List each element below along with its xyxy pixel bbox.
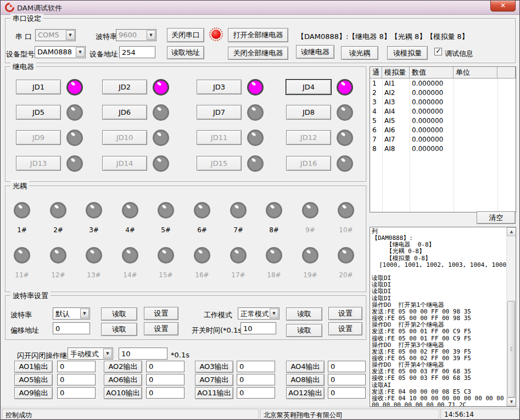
relay-button-jd7[interactable]: JD7 — [197, 105, 242, 120]
ao7-value-input[interactable] — [237, 374, 275, 385]
table-row[interactable]: 3AI30.000000 — [370, 98, 516, 107]
debug-log-panel: 列 【DAM0888】: 【继电器 0-8】 【光耦 0-8】 【模拟量 0-8… — [370, 227, 516, 407]
relay-indicator-jd3 — [247, 79, 264, 96]
ao5-output-button[interactable]: AO5输出 — [14, 374, 53, 386]
chevron-down-icon: ▼ — [66, 30, 75, 40]
close-all-relays-button[interactable]: 关闭全部继电器 — [228, 47, 288, 60]
baud-read-button[interactable]: 读取 — [101, 307, 137, 321]
com-port-label: 串 口 — [15, 32, 32, 42]
relay-indicator-jd6 — [153, 104, 169, 121]
close-serial-button[interactable]: 关闭串口 — [167, 28, 204, 42]
table-row[interactable]: 6AI60.000000 — [370, 126, 516, 135]
ao10-value-input[interactable] — [146, 387, 184, 399]
model-select[interactable]: DAM0888 ▼ — [35, 46, 86, 58]
ao12-output-button[interactable]: AO12输出 — [286, 387, 325, 399]
status-bar: 控制成功 北京聚英翱翔电子有限公司 14:56:14 — [1, 407, 519, 420]
scroll-up-icon[interactable]: ▲ — [507, 227, 516, 236]
scroll-down-icon[interactable]: ▼ — [507, 397, 516, 406]
flash-mode-select[interactable]: 手动模式 ▼ — [68, 348, 113, 360]
ao10-output-button[interactable]: AO10输出 — [104, 387, 142, 399]
relay-button-jd10: JD10 — [102, 130, 147, 145]
opto-label-13: 13# — [81, 271, 107, 279]
baud-set-button[interactable]: 设置 — [144, 307, 178, 320]
ao8-output-button[interactable]: AO8输出 — [286, 374, 325, 386]
ao11-output-button[interactable]: AO11输出 — [195, 387, 233, 399]
opto-indicator-15 — [158, 247, 174, 264]
opto-indicator-14 — [122, 247, 138, 264]
close-button[interactable]: ✕ — [490, 1, 516, 12]
read-address-button[interactable]: 读取地址 — [167, 46, 204, 59]
opto-indicator-3 — [86, 202, 102, 219]
app-logo-icon — [5, 3, 14, 12]
offset-set-button[interactable]: 设置 — [144, 322, 178, 335]
ao3-value-input[interactable] — [237, 361, 275, 372]
flash-time-input[interactable] — [119, 348, 167, 360]
ao2-value-input[interactable] — [146, 361, 184, 372]
opto-label-11: 11# — [9, 271, 35, 279]
work-mode-select[interactable]: 正常模式 ▼ — [238, 307, 279, 320]
switch-time-set-button[interactable]: 设置 — [328, 322, 362, 335]
baud-default-select[interactable]: 默认 ▼ — [53, 307, 90, 320]
read-analog-button[interactable]: 读模拟量 — [387, 46, 428, 60]
relay-button-jd3[interactable]: JD3 — [197, 80, 242, 94]
work-mode-set-button[interactable]: 设置 — [328, 307, 362, 320]
opto-indicator-12 — [50, 247, 66, 264]
switch-time-input[interactable] — [241, 322, 276, 334]
ao6-output-button[interactable]: AO6输出 — [104, 374, 142, 386]
log-scrollbar[interactable]: ▲ ▼ — [506, 227, 516, 406]
switch-time-read-button[interactable]: 读取 — [286, 324, 322, 337]
relay-button-jd2[interactable]: JD2 — [102, 80, 147, 94]
col-header-empty[interactable] — [497, 67, 516, 79]
ao7-output-button[interactable]: AO7输出 — [195, 374, 233, 386]
read-opto-button[interactable]: 读光耦 — [341, 46, 378, 60]
col-header-unit[interactable]: 单位 — [454, 67, 497, 79]
ao4-value-input[interactable] — [328, 361, 366, 372]
ao1-output-button[interactable]: AO1输出 — [14, 361, 53, 373]
status-message: 控制成功 — [2, 408, 259, 419]
relay-button-jd5[interactable]: JD5 — [16, 105, 61, 120]
clear-log-button[interactable]: 清空 — [477, 211, 516, 224]
open-all-relays-button[interactable]: 打开全部继电器 — [228, 28, 288, 42]
ao12-value-input[interactable] — [328, 387, 366, 399]
table-row[interactable]: 5AI50.000000 — [370, 116, 516, 126]
ao4-output-button[interactable]: AO4输出 — [286, 361, 325, 373]
offset-read-button[interactable]: 读取 — [101, 323, 137, 336]
opto-indicator-18 — [266, 247, 282, 264]
relay-button-jd1[interactable]: JD1 — [16, 80, 61, 94]
relay-button-jd8[interactable]: JD8 — [286, 105, 331, 120]
device-address-input[interactable] — [119, 46, 155, 58]
opto-indicator-8 — [266, 202, 282, 219]
relay-button-jd12: JD12 — [286, 130, 331, 145]
ao8-value-input[interactable] — [328, 374, 366, 385]
relay-indicator-jd10 — [153, 130, 169, 146]
table-row[interactable]: 7AI70.000000 — [370, 135, 516, 144]
ao9-value-input[interactable] — [57, 387, 96, 399]
offset-address-input[interactable] — [53, 322, 90, 334]
opto-indicator-11 — [14, 247, 30, 264]
ao5-value-input[interactable] — [57, 374, 96, 385]
titlebar[interactable]: DAM调试软件 ✕ — [1, 1, 519, 15]
scrollbar-thumb[interactable] — [507, 301, 515, 397]
baud-select[interactable]: 9600 ▼ — [116, 29, 156, 41]
ao1-value-input[interactable] — [57, 361, 96, 372]
table-row[interactable]: 1AI10.000000 — [370, 79, 516, 88]
table-row[interactable]: 2AI20.000000 — [370, 88, 516, 98]
ao6-value-input[interactable] — [146, 374, 184, 385]
relay-button-jd4[interactable]: JD4 — [286, 80, 331, 94]
col-header-channel[interactable]: 通 — [370, 67, 382, 79]
relay-button-jd6[interactable]: JD6 — [102, 105, 147, 120]
table-row[interactable]: 4AI40.000000 — [370, 107, 516, 116]
debug-info-checkbox[interactable] — [434, 48, 442, 55]
col-header-value[interactable]: 数值 — [410, 67, 454, 79]
work-mode-read-button[interactable]: 读取 — [286, 307, 322, 321]
col-header-analog[interactable]: 模拟量 — [382, 67, 410, 79]
ao3-output-button[interactable]: AO3输出 — [195, 361, 233, 373]
table-row[interactable]: 8AI80.000000 — [370, 144, 516, 154]
com-port-select[interactable]: COM5 ▼ — [35, 29, 76, 41]
relay-indicator-jd7 — [247, 104, 264, 121]
read-relays-button[interactable]: 读继电器 — [296, 45, 334, 59]
address-label: 设备地址 — [90, 49, 118, 59]
ao2-output-button[interactable]: AO2输出 — [104, 361, 142, 373]
ao11-value-input[interactable] — [237, 387, 275, 399]
ao9-output-button[interactable]: AO9输出 — [14, 387, 53, 399]
